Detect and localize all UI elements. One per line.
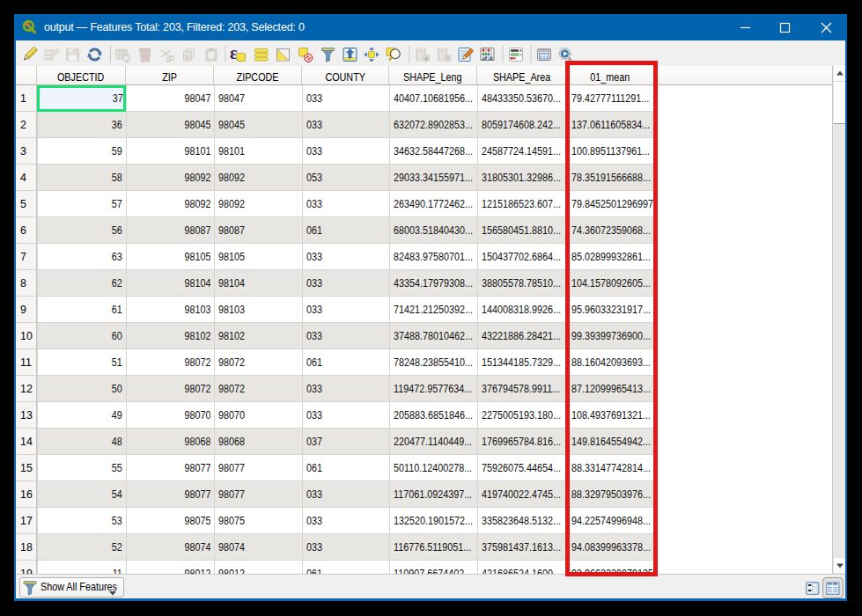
svg-text:✱: ✱: [424, 55, 430, 62]
